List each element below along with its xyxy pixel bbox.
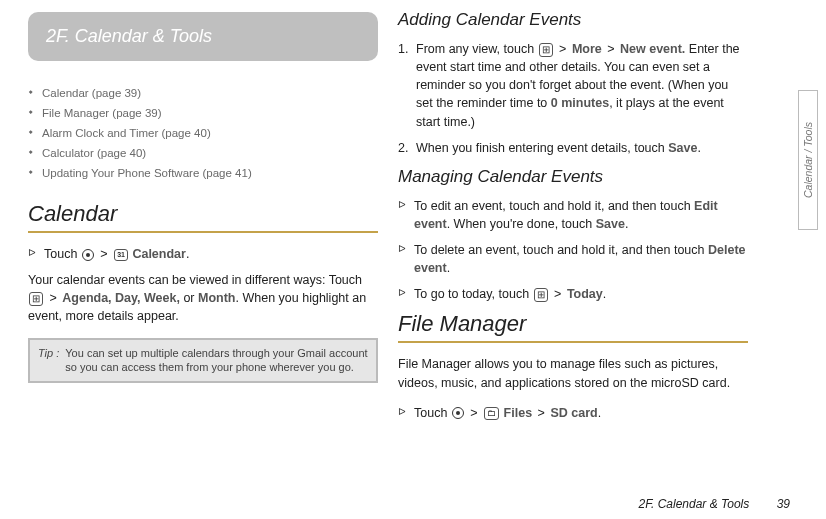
toc-item: File Manager (page 39): [28, 103, 378, 123]
gt-icon: >: [100, 247, 107, 261]
instruction-list: Touch > Files > SD card.: [398, 404, 748, 422]
text: From any view, touch: [416, 42, 534, 56]
label-zero-minutes: 0 minutes: [551, 96, 609, 110]
grid-icon: [29, 292, 43, 306]
label-today: Today: [567, 287, 603, 301]
toc-list: Calendar (page 39) File Manager (page 39…: [28, 83, 378, 183]
gt-icon: >: [607, 42, 614, 56]
text: To delete an event, touch and hold it, a…: [414, 243, 705, 257]
instruction-list: Touch > Calendar.: [28, 245, 378, 263]
home-icon: [82, 249, 94, 261]
body-text: Your calendar events can be viewed in di…: [28, 271, 378, 325]
subhead-managing: Managing Calendar Events: [398, 167, 748, 187]
step-number: 1.: [398, 40, 408, 58]
text: or: [183, 291, 194, 305]
period: .: [697, 141, 700, 155]
folder-icon: [484, 407, 499, 420]
text: . When you're done, touch: [447, 217, 593, 231]
body-text: File Manager allows you to manage files …: [398, 355, 748, 391]
period: .: [625, 217, 628, 231]
home-icon: [452, 407, 464, 419]
instruction-item: Touch > Files > SD card.: [398, 404, 748, 422]
toc-item: Calendar (page 39): [28, 83, 378, 103]
footer-text: 2F. Calendar & Tools: [639, 497, 750, 511]
grid-icon: [534, 288, 548, 302]
label-sdcard: SD card: [550, 406, 597, 420]
period: .: [186, 247, 189, 261]
label-calendar: Calendar: [132, 247, 186, 261]
label-views: Agenda, Day, Week,: [62, 291, 180, 305]
instruction-item: To go to today, touch > Today.: [398, 285, 748, 303]
text: Touch: [44, 247, 77, 261]
toc-item: Updating Your Phone Software (page 41): [28, 163, 378, 183]
page-spread: 2F. Calendar & Tools Calendar (page 39) …: [0, 0, 826, 480]
grid-icon: [539, 43, 553, 57]
period: .: [447, 261, 450, 275]
step-item: 2. When you finish entering event detail…: [398, 139, 748, 157]
toc-item: Calculator (page 40): [28, 143, 378, 163]
instruction-item: To edit an event, touch and hold it, and…: [398, 197, 748, 233]
label-more: More: [572, 42, 602, 56]
step-item: 1. From any view, touch > More > New eve…: [398, 40, 748, 131]
text: To edit an event, touch and hold it, and…: [414, 199, 691, 213]
instruction-list: To edit an event, touch and hold it, and…: [398, 197, 748, 304]
right-column: Adding Calendar Events 1. From any view,…: [388, 0, 758, 480]
gt-icon: >: [49, 291, 56, 305]
text: When you finish entering event details, …: [416, 141, 665, 155]
gt-icon: >: [559, 42, 566, 56]
tip-label: Tip :: [38, 346, 59, 376]
text: Your calendar events can be viewed in di…: [28, 273, 362, 287]
text: To go to today, touch: [414, 287, 529, 301]
gt-icon: >: [470, 406, 477, 420]
period: .: [603, 287, 606, 301]
gt-icon: >: [554, 287, 561, 301]
left-column: 2F. Calendar & Tools Calendar (page 39) …: [18, 0, 388, 480]
numbered-steps: 1. From any view, touch > More > New eve…: [398, 40, 748, 157]
instruction-item: To delete an event, touch and hold it, a…: [398, 241, 748, 277]
page-footer: 2F. Calendar & Tools 39: [639, 497, 790, 511]
chapter-tab: 2F. Calendar & Tools: [28, 12, 378, 61]
section-heading-filemanager: File Manager: [398, 311, 748, 343]
label-files: Files: [504, 406, 533, 420]
subhead-adding: Adding Calendar Events: [398, 10, 748, 30]
instruction-item: Touch > Calendar.: [28, 245, 378, 263]
label-newevent: New event.: [620, 42, 685, 56]
side-tab: Calendar / Tools: [798, 90, 818, 230]
label-save: Save: [668, 141, 697, 155]
calendar-icon: [114, 249, 128, 261]
gt-icon: >: [538, 406, 545, 420]
tip-text: You can set up multiple calendars throug…: [65, 346, 368, 376]
text: Touch: [414, 406, 447, 420]
tip-box: Tip : You can set up multiple calendars …: [28, 338, 378, 384]
side-tab-label: Calendar / Tools: [802, 122, 814, 198]
period: .: [598, 406, 601, 420]
page-number: 39: [777, 497, 790, 511]
toc-item: Alarm Clock and Timer (page 40): [28, 123, 378, 143]
step-number: 2.: [398, 139, 408, 157]
label-save: Save: [596, 217, 625, 231]
section-heading-calendar: Calendar: [28, 201, 378, 233]
label-month: Month: [198, 291, 235, 305]
